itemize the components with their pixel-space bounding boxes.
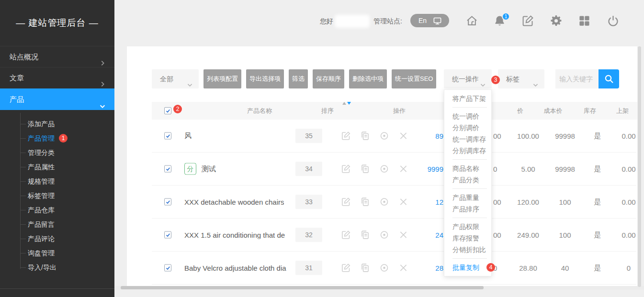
sidebar-subitem-manage-categories[interactable]: 管理分类 [0, 145, 114, 160]
chevron-down-icon [480, 76, 486, 82]
menu-item[interactable]: 统一调价 [444, 110, 491, 122]
app-title: — 建站管理后台 — [0, 0, 114, 46]
power-icon[interactable] [607, 14, 620, 27]
weight-cell: 0.00 [610, 231, 637, 239]
sidebar-subitem-product-management[interactable]: 产品管理1 [0, 131, 114, 145]
sidebar-item-site-overview[interactable]: 站点概况 [0, 46, 114, 67]
sidebar-subitem-product-attributes[interactable]: 产品属性 [0, 160, 114, 174]
edit-icon[interactable] [341, 164, 351, 174]
sales-link[interactable]: 9999 [386, 165, 443, 173]
menu-item[interactable]: 统一调库存 [444, 133, 491, 145]
search-button[interactable] [599, 69, 619, 88]
sort-order-input[interactable] [295, 195, 322, 209]
copy-icon[interactable] [360, 230, 370, 240]
row-checkbox[interactable] [164, 132, 171, 140]
home-icon[interactable] [465, 14, 478, 27]
product-name-cell: 分测试 [184, 163, 216, 175]
product-name-text: Baby Velcro adjustable cloth dia [184, 264, 286, 272]
row-checkbox[interactable] [164, 198, 171, 206]
sidebar-item-products[interactable]: 产品 [0, 88, 114, 110]
sidebar-item-label: 文章 [10, 74, 24, 82]
price-cell-partial: 00 [493, 231, 501, 239]
cost-price-cell: 100.00 [509, 132, 547, 140]
menu-item[interactable]: 分销折扣比 [444, 244, 491, 255]
sort-asc-icon[interactable] [342, 102, 346, 105]
tags-select[interactable]: 标签 [498, 69, 544, 88]
delete-selected-button[interactable]: 删除选中项 [349, 69, 387, 88]
menu-divider [452, 159, 487, 160]
unified-ops-label: 统一操作 [452, 75, 479, 83]
category-filter-select[interactable]: 全部 [152, 69, 199, 88]
menu-item[interactable]: 批量复制4 [444, 262, 491, 273]
menu-item[interactable]: 商品名称 [444, 163, 491, 174]
edit-icon[interactable] [341, 131, 351, 141]
chevron-down-icon [99, 96, 106, 103]
sidebar-item-articles[interactable]: 文章 [0, 67, 114, 88]
sidebar-subitem-add-product[interactable]: 添加产品 [0, 117, 114, 131]
export-selected-button[interactable]: 导出选择项 [246, 69, 284, 88]
menu-item[interactable]: 分别调库存 [444, 145, 491, 156]
sidebar-subitem-tag-management[interactable]: 标签管理 [0, 188, 114, 203]
edit-icon[interactable] [341, 230, 351, 240]
search-input[interactable] [555, 69, 599, 88]
sidebar-subitem-inquiry-management[interactable]: 询盘管理 [0, 246, 114, 260]
list-config-button[interactable]: 列表项配置 [203, 69, 241, 88]
row-checkbox[interactable] [164, 231, 171, 239]
col-on-shelf: 上架 [603, 102, 637, 120]
edit-icon[interactable] [521, 14, 534, 27]
row-checkbox[interactable] [164, 264, 171, 272]
copy-icon[interactable] [360, 131, 370, 141]
edit-icon[interactable] [341, 197, 351, 207]
menu-item[interactable]: 分别调价 [444, 122, 491, 133]
select-all-checkbox[interactable] [164, 107, 171, 114]
language-toggle[interactable]: En [410, 14, 449, 27]
copy-icon[interactable] [360, 263, 370, 273]
set-seo-button[interactable]: 统一设置SEO [392, 69, 436, 88]
sidebar-subitem-product-messages[interactable]: 产品留言 [0, 217, 114, 231]
menu-item[interactable]: 产品排序 [444, 203, 491, 215]
menu-item[interactable]: 产品重量 [444, 192, 491, 203]
weight-cell: 0.00 [610, 132, 637, 140]
menu-divider [452, 188, 487, 189]
copy-icon[interactable] [360, 164, 370, 174]
sales-link[interactable]: 89 [386, 132, 443, 140]
col-product-name: 产品名称 [226, 102, 293, 120]
menu-item-label: 将产品下架 [452, 95, 486, 102]
sidebar-subitem-import-export[interactable]: 导入/导出 [0, 260, 114, 275]
sales-link[interactable]: 12 [386, 198, 443, 206]
sales-link[interactable]: 28 [386, 264, 443, 272]
sort-order-input[interactable] [295, 261, 322, 275]
filter-button[interactable]: 筛选 [289, 69, 308, 88]
table-row: Baby Velcro adjustable cloth dia28028.80… [152, 252, 636, 285]
edit-icon[interactable] [341, 263, 351, 273]
product-name-cell: XXX detachable wooden chairs [184, 198, 284, 206]
sidebar-subitem-spec-management[interactable]: 规格管理 [0, 174, 114, 188]
copy-icon[interactable] [360, 197, 370, 207]
table-row: 分测试999905.0099998是0.00 [152, 153, 636, 186]
cost-price-cell: 120.00 [509, 198, 547, 206]
unified-ops-select[interactable]: 统一操作 [444, 69, 492, 88]
menu-item[interactable]: 产品分类 [444, 174, 491, 186]
tutorial-badge-3: 3 [491, 76, 500, 84]
menu-item[interactable]: 产品权限 [444, 221, 491, 232]
greeting-text: 您好 [320, 17, 333, 26]
sidebar-subitem-product-warehouse[interactable]: 产品仓库 [0, 203, 114, 217]
menu-item[interactable]: 将产品下架 [444, 93, 491, 104]
sort-order-input[interactable] [295, 162, 322, 176]
gear-icon[interactable] [550, 14, 563, 27]
save-order-button[interactable]: 保存顺序 [313, 69, 344, 88]
sort-order-input[interactable] [295, 228, 322, 242]
sidebar-subitem-label: 添加产品 [28, 117, 55, 131]
sort-order-input[interactable] [295, 129, 322, 143]
sales-link[interactable]: 24 [386, 231, 443, 239]
vertical-scrollbar[interactable] [638, 46, 641, 287]
menu-item[interactable]: 库存报警 [444, 232, 491, 244]
row-checkbox[interactable] [164, 165, 171, 173]
sort-desc-icon[interactable] [347, 102, 351, 105]
sidebar-item-label: 产品 [10, 95, 24, 103]
menu-item-label: 统一调价 [452, 112, 479, 120]
horizontal-scrollbar[interactable] [121, 286, 484, 289]
chevron-down-icon [187, 76, 193, 82]
apps-grid-icon[interactable] [578, 14, 591, 27]
sidebar-subitem-product-reviews[interactable]: 产品评论 [0, 231, 114, 246]
